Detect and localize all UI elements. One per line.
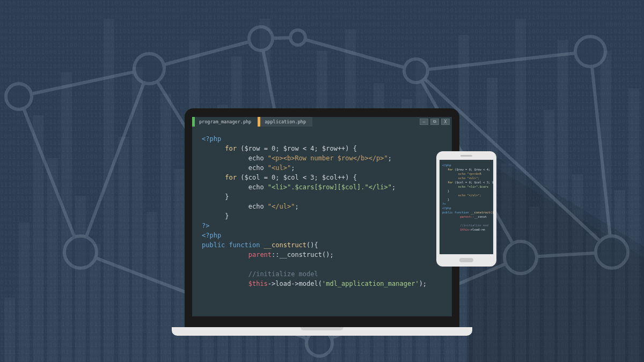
keyword-for: for [225,145,237,152]
php-open-tag: <?php [202,135,221,143]
phone-screen[interactable]: <?php for ($row = 0; $row < 4; echo "<p>… [440,160,493,254]
minimize-button[interactable]: — [420,119,428,125]
editor-tabbar: program_manager.php application.php — ⧉ … [192,117,452,127]
tab-label: application.php [265,119,306,124]
svg-point-26 [596,236,628,268]
phone-speaker-icon [460,155,472,157]
phone-home-button[interactable] [459,258,473,262]
svg-point-19 [249,27,273,50]
tab-accent-icon [192,117,195,127]
tab-program-manager[interactable]: program_manager.php [192,117,258,127]
tab-label: program_manager.php [199,119,251,124]
for-expression: ($row = 0; $row < 4; $row++) { [240,145,357,152]
svg-line-6 [416,51,590,71]
svg-line-8 [19,97,80,252]
echo-keyword: echo [248,154,268,162]
string-literal: "<p><b>Row number $row</b></p>" [268,154,388,162]
laptop-bezel: program_manager.php application.php — ⧉ … [185,108,459,327]
svg-point-18 [134,54,164,84]
svg-point-23 [64,236,97,268]
svg-line-5 [298,38,416,71]
close-button[interactable]: X [441,119,450,125]
svg-point-22 [575,36,605,67]
svg-point-17 [6,84,32,109]
svg-line-3 [149,39,261,69]
laptop-screen: program_manager.php application.php — ⧉ … [192,117,452,316]
svg-point-21 [404,59,428,83]
laptop-base [172,327,472,336]
svg-line-2 [19,69,149,97]
comment: //initialize model [248,270,318,278]
maximize-button[interactable]: ⧉ [430,119,439,125]
laptop-device: program_manager.php application.php — ⧉ … [185,108,459,336]
code-editor[interactable]: <?php for ($row = 0; $row < 4; $row++) {… [192,127,452,296]
window-controls: — ⧉ X [420,119,452,125]
tab-accent-icon [258,117,260,127]
svg-line-7 [590,51,612,252]
tab-application[interactable]: application.php [258,117,312,127]
phone-device: <?php for ($row = 0; $row < 4; echo "<p>… [436,151,496,267]
svg-line-9 [80,69,149,252]
svg-point-25 [504,241,537,274]
svg-point-20 [290,30,305,45]
